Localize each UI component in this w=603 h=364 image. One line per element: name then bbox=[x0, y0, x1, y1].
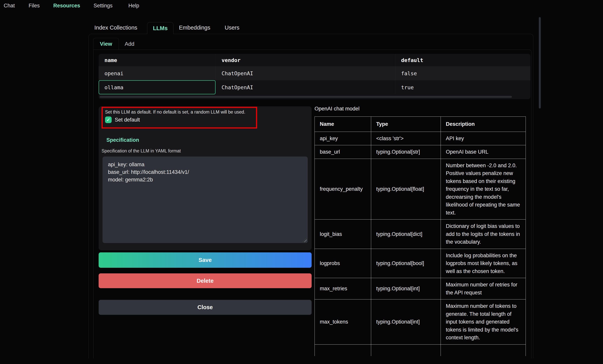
schema-param-type: typing.Optional[dict] bbox=[371, 219, 441, 249]
annotation-highlight-box: Set this LLM as default. If no default i… bbox=[102, 107, 257, 128]
schema-param-desc: Dictionary of logit bias values to add t… bbox=[441, 219, 526, 249]
schema-col-description: Description bbox=[441, 117, 526, 132]
nav-item-help[interactable]: Help bbox=[128, 3, 139, 9]
top-nav: Chat Files Resources Settings Help bbox=[0, 0, 603, 12]
schema-header-row: Name Type Description bbox=[315, 117, 526, 132]
table-row: max_tokens typing.Optional[int] Maximum … bbox=[315, 299, 526, 345]
schema-col-name: Name bbox=[315, 117, 371, 132]
schema-panel-title: OpenAI chat model bbox=[314, 106, 359, 112]
schema-param-name: api_key bbox=[315, 132, 371, 145]
nav-item-resources[interactable]: Resources bbox=[53, 3, 80, 9]
schema-param-desc: OpenAI base URL bbox=[441, 145, 526, 159]
schema-param-name: max_retries bbox=[315, 278, 371, 299]
nav-item-files[interactable]: Files bbox=[29, 3, 40, 9]
schema-param-name: logit_bias bbox=[315, 219, 371, 249]
llm-cell-default: false bbox=[395, 66, 531, 80]
set-default-row: ✓ Set default bbox=[105, 116, 140, 123]
llm-detail-card: Set this LLM as default. If no default i… bbox=[99, 106, 312, 250]
table-row: max_retries typing.Optional[int] Maximum… bbox=[315, 278, 526, 299]
llm-cell-vendor: ChatOpenAI bbox=[216, 66, 395, 80]
delete-button[interactable]: Delete bbox=[99, 273, 312, 288]
schema-param-desc: Maximum number of retries for the API re… bbox=[441, 278, 526, 299]
schema-param-name bbox=[315, 344, 371, 356]
table-row: logit_bias typing.Optional[dict] Diction… bbox=[315, 219, 526, 249]
schema-param-desc bbox=[441, 344, 526, 356]
tab-view[interactable]: View bbox=[93, 38, 119, 50]
schema-param-name: logprobs bbox=[315, 249, 371, 278]
set-default-checkbox[interactable]: ✓ bbox=[105, 116, 112, 123]
schema-table: Name Type Description api_key <class 'st… bbox=[314, 116, 526, 356]
view-tab-panel: name vendor default openai ChatOpenAI fa… bbox=[93, 50, 531, 358]
llm-cell-name[interactable]: openai bbox=[99, 66, 216, 80]
nav-item-chat[interactable]: Chat bbox=[4, 3, 15, 9]
tab-users[interactable]: Users bbox=[225, 24, 239, 31]
schema-param-name: base_url bbox=[315, 145, 371, 159]
schema-param-desc: API key bbox=[441, 132, 526, 145]
llm-col-header-vendor: vendor bbox=[216, 54, 395, 66]
schema-param-type: typing.Optional[int] bbox=[371, 299, 441, 345]
set-default-label: Set default bbox=[115, 117, 140, 123]
schema-param-name: frequency_penalty bbox=[315, 159, 371, 219]
vertical-scrollbar[interactable] bbox=[539, 17, 541, 109]
schema-col-type: Type bbox=[371, 117, 441, 132]
schema-param-desc: Include log probabilities on the logprob… bbox=[441, 249, 526, 278]
close-button[interactable]: Close bbox=[99, 300, 312, 315]
tab-view-label: View bbox=[100, 41, 112, 47]
llm-cell-vendor: ChatOpenAI bbox=[216, 80, 395, 94]
specification-yaml-input[interactable]: api_key: ollama base_url: http://localho… bbox=[103, 157, 308, 243]
tab-llms[interactable]: LLMs bbox=[147, 22, 174, 34]
llm-col-header-default: default bbox=[395, 54, 531, 66]
tab-add[interactable]: Add bbox=[125, 41, 134, 47]
table-row: frequency_penalty typing.Optional[float]… bbox=[315, 159, 526, 219]
schema-param-desc: Maximum number of tokens to generate. Th… bbox=[441, 299, 526, 345]
table-row: api_key <class 'str'> API key bbox=[315, 132, 526, 145]
llm-col-header-name: name bbox=[99, 54, 216, 66]
schema-param-name: max_tokens bbox=[315, 299, 371, 345]
schema-param-type bbox=[371, 344, 441, 356]
llms-tab-panel: name vendor default openai ChatOpenAI fa… bbox=[89, 34, 533, 358]
horizontal-scrollbar[interactable] bbox=[100, 96, 512, 98]
check-icon: ✓ bbox=[106, 118, 110, 122]
table-row: logprobs typing.Optional[bool] Include l… bbox=[315, 249, 526, 278]
table-row-partial bbox=[315, 344, 526, 356]
llm-cell-name-selected[interactable]: ollama bbox=[99, 80, 216, 94]
schema-param-type: typing.Optional[str] bbox=[371, 145, 441, 159]
schema-param-type: typing.Optional[int] bbox=[371, 278, 441, 299]
schema-param-type: <class 'str'> bbox=[371, 132, 441, 145]
specification-heading: Specification bbox=[106, 137, 139, 143]
llm-table-header-row: name vendor default bbox=[99, 54, 531, 66]
schema-param-desc: Number between -2.0 and 2.0. Positive va… bbox=[441, 159, 526, 219]
tab-embeddings[interactable]: Embeddings bbox=[179, 24, 210, 31]
llm-cell-default: true bbox=[395, 80, 531, 94]
set-default-note: Set this LLM as default. If no default i… bbox=[105, 110, 245, 115]
specification-description: Specification of the LLM in YAML format bbox=[102, 148, 181, 154]
tab-index-collections[interactable]: Index Collections bbox=[94, 24, 137, 31]
llm-list-table: name vendor default openai ChatOpenAI fa… bbox=[99, 54, 531, 99]
schema-param-type: typing.Optional[float] bbox=[371, 159, 441, 219]
table-row[interactable]: openai ChatOpenAI false bbox=[99, 66, 531, 80]
schema-param-type: typing.Optional[bool] bbox=[371, 249, 441, 278]
table-row-selected[interactable]: ollama ChatOpenAI true bbox=[99, 80, 531, 94]
nav-item-settings[interactable]: Settings bbox=[93, 3, 113, 9]
table-row: base_url typing.Optional[str] OpenAI bas… bbox=[315, 145, 526, 159]
save-button[interactable]: Save bbox=[99, 252, 312, 268]
tab-llms-label: LLMs bbox=[153, 25, 168, 32]
